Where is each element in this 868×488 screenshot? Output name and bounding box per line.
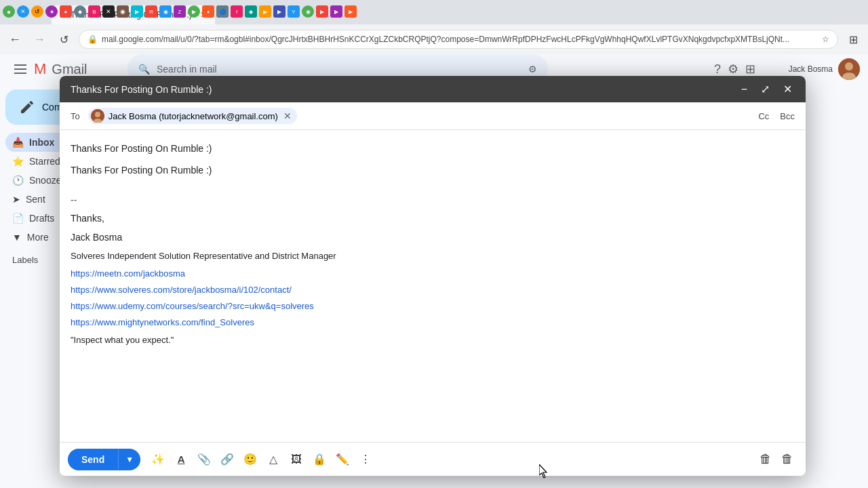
drafts-label: Drafts: [29, 213, 54, 224]
attach-btn[interactable]: 📎: [193, 449, 215, 470]
taskbar-icon-2: ✕: [17, 5, 29, 18]
url-text: mail.google.com/mail/u/0/?tab=rm&ogbl#in…: [102, 35, 789, 44]
drive-btn[interactable]: △: [262, 449, 284, 470]
signature-btn[interactable]: ✏️: [332, 449, 353, 470]
compose-body[interactable]: Thanks For Posting On Rumble :) Thanks F…: [60, 130, 806, 442]
refresh-btn[interactable]: ↺: [54, 30, 73, 49]
sent-label: Sent: [26, 194, 45, 205]
sig-link2-anchor[interactable]: https://www.solveres.com/store/jackbosma…: [71, 285, 292, 295]
sig-link3: https://www.udemy.com/courses/search/?sr…: [71, 299, 795, 314]
taskbar-icon-1: ●: [3, 5, 15, 18]
sig-quote: "Inspect what you expect.": [71, 333, 795, 348]
inbox-icon: 📥: [12, 137, 24, 148]
taskbar-icon-11: R: [145, 5, 157, 18]
taskbar-icon-16: 🔵: [216, 5, 229, 18]
taskbar-icon-14: ▶: [188, 5, 200, 18]
taskbar-icon-15: ♦: [202, 5, 214, 18]
bcc-btn[interactable]: Bcc: [780, 111, 795, 121]
maximize-btn[interactable]: ⤢: [758, 81, 772, 97]
lock-icon: 🔒: [87, 35, 98, 44]
hamburger-icon[interactable]: [11, 60, 30, 79]
taskbar-icon-3: ↺: [31, 5, 43, 18]
tab-bar: ● ✕ ↺ ★ ● ◆ B ✕ ◉ ▶ R ◉ Z ▶ ♦ 🔵 f ◆ ▶ ▶ …: [0, 0, 868, 24]
sig-link2: https://www.solveres.com/store/jackbosma…: [71, 283, 795, 298]
minimize-btn[interactable]: −: [738, 82, 750, 97]
compose-title: Thanks For Posting On Rumble :): [71, 84, 212, 95]
forward-btn[interactable]: →: [30, 30, 49, 49]
trash2-icon: 🗑: [781, 452, 793, 466]
sig-name: Jack Bosma: [71, 230, 795, 246]
star-icon: ⭐: [12, 156, 24, 167]
apps-icon[interactable]: ⊞: [745, 62, 755, 77]
star-icon[interactable]: ☆: [822, 35, 829, 44]
taskbar-icon-6: ◆: [74, 5, 86, 18]
drive-icon: △: [269, 453, 277, 466]
search-filter-icon[interactable]: ⚙: [528, 64, 537, 75]
recipient-chip: Jack Bosma (tutorjacknetwork@gmail.com) …: [88, 108, 297, 124]
font-icon: A: [178, 453, 185, 465]
sig-link1-anchor[interactable]: https://meetn.com/jackbosma: [71, 268, 185, 279]
photo-icon: 🖼: [291, 453, 302, 466]
emoji-icon: 🙂: [243, 453, 257, 466]
lock-btn[interactable]: 🔒: [309, 449, 330, 470]
thanks-text: Thanks,: [71, 211, 795, 227]
taskbar-icon-21: Y: [288, 5, 300, 18]
taskbar-icon-24: ▶: [330, 5, 342, 18]
settings-icon[interactable]: ⚙: [728, 62, 738, 77]
taskbar-icons: ● ✕ ↺ ★ ● ◆ B ✕ ◉ ▶ R ◉ Z ▶ ♦ 🔵 f ◆ ▶ ▶ …: [3, 5, 357, 18]
back-btn[interactable]: ←: [5, 30, 24, 49]
drafts-icon: 📄: [12, 213, 24, 224]
font-btn[interactable]: A: [170, 449, 192, 470]
snoozed-icon: 🕐: [12, 175, 24, 186]
to-label: To: [71, 111, 80, 121]
svg-point-4: [845, 62, 853, 70]
link-icon: 🔗: [220, 453, 234, 466]
discard-btn[interactable]: 🗑: [755, 448, 776, 470]
compose-body-content[interactable]: Thanks For Posting On Rumble :) Thanks F…: [71, 141, 795, 348]
more-vert-icon: ⋮: [360, 453, 371, 466]
sig-link4: https://www.mightynetworks.com/find_Solv…: [71, 315, 795, 330]
address-bar-row: ← → ↺ 🔒 mail.google.com/mail/u/0/?tab=rm…: [0, 24, 868, 54]
compose-toolbar: Send ▼ ✨ A 📎 🔗 🙂 △ 🖼 🔒 ✏️ ⋮: [60, 442, 806, 476]
cc-bcc-area: Cc Bcc: [758, 111, 795, 121]
extensions-btn[interactable]: ⊞: [844, 30, 863, 49]
formatting-options-btn[interactable]: ✨: [147, 449, 169, 470]
send-button[interactable]: Send: [68, 449, 118, 470]
compose-header: Thanks For Posting On Rumble :) − ⤢ ✕: [60, 76, 806, 102]
taskbar-icon-4: ★: [45, 5, 58, 18]
help-icon[interactable]: ?: [714, 62, 721, 77]
taskbar-icon-13: Z: [174, 5, 186, 18]
more-compose-btn[interactable]: 🗑: [777, 448, 797, 470]
svg-rect-1: [14, 68, 26, 70]
user-name-label: Jack Bosma: [789, 64, 833, 74]
url-bar[interactable]: 🔒 mail.google.com/mail/u/0/?tab=rm&ogbl#…: [79, 30, 838, 49]
photo-btn[interactable]: 🖼: [285, 449, 307, 470]
recipient-remove-btn[interactable]: ✕: [283, 110, 292, 121]
taskbar-icon-9: ◉: [117, 5, 129, 18]
sent-icon: ➤: [12, 194, 20, 205]
taskbar-icon-7: B: [88, 5, 100, 18]
close-btn[interactable]: ✕: [781, 81, 795, 97]
svg-point-7: [95, 112, 100, 117]
emoji-btn[interactable]: 🙂: [239, 449, 261, 470]
compose-to-row: To Jack Bosma (tutorjacknetwork@gmail.co…: [60, 102, 806, 130]
sig-link3-anchor[interactable]: https://www.udemy.com/courses/search/?sr…: [71, 301, 314, 311]
sig-link4-anchor[interactable]: https://www.mightynetworks.com/find_Solv…: [71, 317, 254, 327]
starred-label: Starred: [29, 156, 60, 167]
more-label: More: [27, 232, 49, 243]
send-btn-group: Send ▼: [68, 449, 140, 470]
recipient-avatar: [91, 109, 104, 123]
m-letter: M: [34, 60, 46, 78]
topbar-actions: ? ⚙ ⊞: [714, 62, 755, 77]
search-icon: 🔍: [138, 64, 150, 75]
svg-rect-0: [14, 64, 26, 66]
link-btn[interactable]: 🔗: [216, 449, 238, 470]
more-options-btn[interactable]: ⋮: [355, 449, 376, 470]
user-avatar[interactable]: [838, 58, 860, 80]
lock-icon-btn: 🔒: [313, 453, 326, 466]
send-dropdown-btn[interactable]: ▼: [118, 449, 140, 470]
sig-link1: https://meetn.com/jackbosma: [71, 266, 795, 281]
cc-btn[interactable]: Cc: [758, 111, 769, 121]
taskbar-icon-12: ◉: [159, 5, 172, 18]
inbox-label: Inbox: [29, 137, 54, 148]
